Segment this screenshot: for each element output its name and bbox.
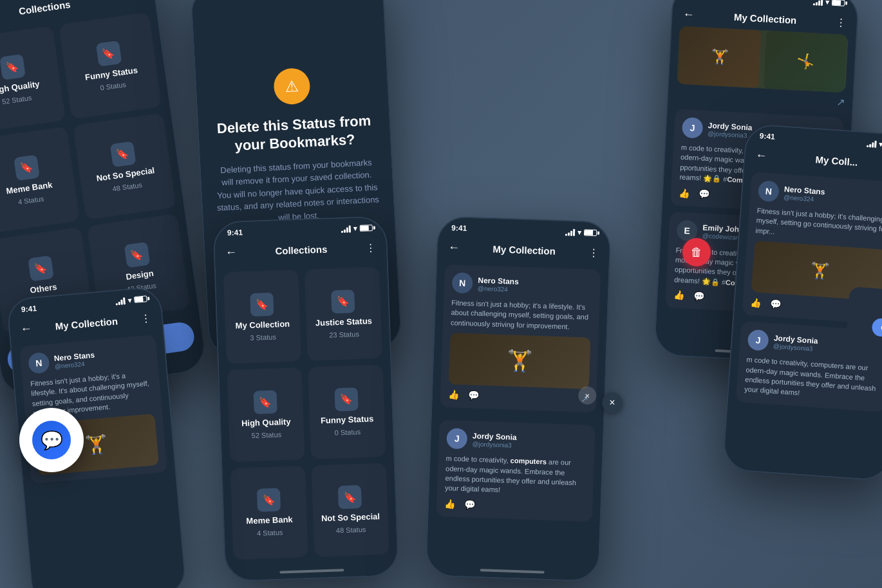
card-name: Not So Special xyxy=(96,165,155,183)
feed-post-5-1: N Nero Stans @nero324 Fitness isn't just… xyxy=(440,264,601,412)
status-time-5: 9:41 xyxy=(451,223,467,233)
nav-title-7: My Coll... xyxy=(773,151,882,171)
feed-post-5-2: J Jordy Sonia @jordysonia3 m code to cre… xyxy=(436,420,596,522)
back-btn-4[interactable]: ← xyxy=(225,246,238,260)
avatar-5-1: N xyxy=(452,272,473,293)
card-count: 0 Status xyxy=(334,428,361,436)
status-time-7: 9:41 xyxy=(759,131,775,142)
feed-content-5: N Nero Stans @nero324 Fitness isn't just… xyxy=(427,259,608,567)
share-icon[interactable]: ↗ xyxy=(836,96,845,109)
comment-btn-2[interactable]: 💬 xyxy=(693,291,704,302)
comment-btn-7-1[interactable]: 💬 xyxy=(770,299,782,309)
card-count: 48 Status xyxy=(336,526,366,535)
collection-icon: 🔖 xyxy=(14,154,40,181)
wifi-icon-4: ▾ xyxy=(353,225,357,233)
battery-icon-3 xyxy=(832,0,845,6)
app-logo: 💬 xyxy=(19,408,84,472)
create-btn-partial[interactable]: Create xyxy=(871,318,882,338)
card-not-special-4[interactable]: 🔖 Not So Special 48 Status xyxy=(312,463,389,556)
card-count: 23 Status xyxy=(329,330,359,339)
collection-icon: 🔖 xyxy=(28,255,54,281)
back-btn-5[interactable]: ← xyxy=(448,241,460,255)
collection-card-funny[interactable]: 🔖 Funny Status 0 Status xyxy=(59,12,162,119)
delete-fab[interactable]: 🗑 xyxy=(682,238,711,266)
collection-card-high-quality[interactable]: 🔖 High Quality 52 Status xyxy=(0,26,66,133)
phone-my-collection-feed: 9:41 ▾ ← My Collection ⋮ N xyxy=(425,216,611,582)
post-text-5-2: m code to creativity, computers are our … xyxy=(445,454,586,498)
collection-icon: 🔖 xyxy=(254,390,277,414)
card-count: 48 Status xyxy=(112,181,143,192)
card-funny-4[interactable]: 🔖 Funny Status 0 Status xyxy=(308,365,386,459)
create-partial-panel: Others7 Status Create xyxy=(846,286,882,351)
card-name: Justice Status xyxy=(315,316,373,327)
collection-icon: 🔖 xyxy=(109,141,136,167)
more-menu-1[interactable]: ⋮ xyxy=(133,0,144,1)
collection-icon: 🔖 xyxy=(334,387,358,411)
card-count: 4 Status xyxy=(17,194,44,206)
card-name: My Collection xyxy=(235,318,290,330)
back-btn-3[interactable]: ← xyxy=(682,8,695,22)
nav-title-4: Collections xyxy=(243,243,359,257)
wifi-icon-5: ▾ xyxy=(577,228,581,237)
app-logo-icon: 💬 xyxy=(32,421,71,459)
like-btn-1[interactable]: 👍 xyxy=(679,187,690,198)
card-count: 52 Status xyxy=(1,93,32,105)
signal-icon-3 xyxy=(813,0,823,6)
delete-modal-title: Delete this Status from your Bookmarks? xyxy=(211,111,378,157)
collection-icon: 🔖 xyxy=(95,40,122,66)
comment-btn-5-1[interactable]: 💬 xyxy=(468,390,480,401)
status-time-6: 9:41 xyxy=(21,304,37,314)
wifi-icon-3: ▾ xyxy=(825,0,830,6)
avatar-1: J xyxy=(682,117,704,139)
phone-collections-middle: 9:41 ▾ ← Collections ⋮ 🔖 My Collection xyxy=(212,216,399,582)
like-btn-2[interactable]: 👍 xyxy=(673,290,685,301)
card-high-quality-4[interactable]: 🔖 High Quality 52 Status xyxy=(227,368,305,462)
wifi-icon-7: ▾ xyxy=(879,140,882,149)
nav-title-5: My Collection xyxy=(466,243,582,257)
battery-icon-5 xyxy=(584,229,597,236)
more-menu-3[interactable]: ⋮ xyxy=(836,16,847,29)
signal-icon-6 xyxy=(115,297,126,305)
card-my-collection[interactable]: 🔖 My Collection 3 Status xyxy=(223,270,301,363)
card-name: High Quality xyxy=(241,417,291,428)
card-name: Design xyxy=(125,268,154,282)
collection-icon: 🔖 xyxy=(331,289,355,313)
collection-icon: 🔖 xyxy=(0,54,25,80)
signal-icon-4 xyxy=(341,225,351,233)
battery-icon-4 xyxy=(360,225,373,232)
post-text-5-1: Fitness isn't just a hobby; it's a lifes… xyxy=(451,298,592,333)
more-menu-4[interactable]: ⋮ xyxy=(366,241,377,254)
collection-card-not-special[interactable]: 🔖 Not So Special 48 Status xyxy=(73,113,176,220)
close-x-btn[interactable]: × xyxy=(602,392,623,413)
signal-icon-7 xyxy=(867,140,877,148)
avatar-6-1: N xyxy=(28,352,50,374)
battery-icon-6 xyxy=(134,295,147,303)
collection-icon: 🔖 xyxy=(338,485,362,509)
like-btn-7-1[interactable]: 👍 xyxy=(750,297,762,308)
card-count: 0 Status xyxy=(100,80,127,92)
back-btn-6[interactable]: ← xyxy=(20,322,33,336)
card-name: Meme Bank xyxy=(246,515,293,526)
nav-title-3: My Collection xyxy=(700,10,830,27)
warning-icon: ⚠ xyxy=(273,67,311,105)
card-name: High Quality xyxy=(0,78,40,95)
more-menu-5[interactable]: ⋮ xyxy=(588,246,599,259)
comment-btn-5-2[interactable]: 💬 xyxy=(464,499,476,510)
card-count: 3 Status xyxy=(250,333,276,341)
card-meme-4[interactable]: 🔖 Meme Bank 4 Status xyxy=(230,466,308,560)
card-name: Others xyxy=(30,282,58,295)
comment-btn-1[interactable]: 💬 xyxy=(699,188,710,199)
back-btn-7[interactable]: ← xyxy=(755,149,767,163)
more-menu-6[interactable]: ⋮ xyxy=(140,312,152,325)
collection-card-meme[interactable]: 🔖 Meme Bank 4 Status xyxy=(0,127,80,234)
like-btn-5-1[interactable]: 👍 xyxy=(448,389,460,400)
like-btn-5-2[interactable]: 👍 xyxy=(444,499,456,510)
post-image-5-1: 🏋️ xyxy=(449,333,591,389)
card-name: Funny Status xyxy=(321,414,374,425)
card-justice[interactable]: 🔖 Justice Status 23 Status xyxy=(305,267,382,361)
card-count: 52 Status xyxy=(251,430,281,439)
avatar-7-1: N xyxy=(758,180,780,202)
signal-icon-5 xyxy=(565,228,575,236)
status-time-4: 9:41 xyxy=(227,228,243,237)
card-name: Meme Bank xyxy=(6,179,53,196)
